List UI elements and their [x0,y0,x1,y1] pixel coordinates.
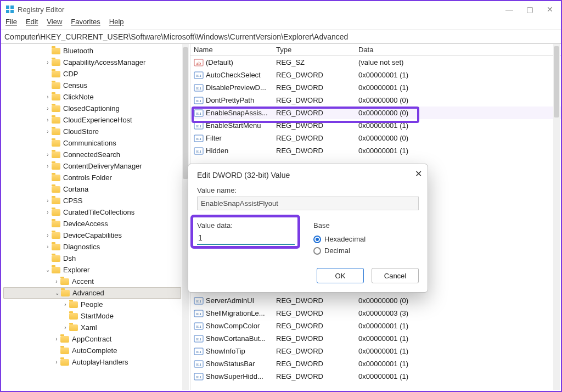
folder-icon [60,278,69,285]
tree-expander[interactable]: ⌄ [53,290,61,296]
tree-item-census[interactable]: Census [3,80,181,91]
menu-favorites[interactable]: Favorites [71,18,100,30]
col-header-type[interactable]: Type [273,44,355,55]
tree-item-startmode[interactable]: StartMode [3,310,181,322]
tree-item-deviceaccess[interactable]: DeviceAccess [3,218,181,229]
value-row[interactable]: 011HiddenREG_DWORD0x00000001 (1) [190,144,561,157]
tree-expander[interactable]: › [44,163,52,169]
tree-item-bluetooth[interactable]: Bluetooth [3,45,181,57]
value-row[interactable]: 011EnableSnapAssis...REG_DWORD0x00000000… [190,107,561,119]
tree-item-cortana[interactable]: Cortana [3,183,181,195]
cancel-button[interactable]: Cancel [372,268,419,283]
value-row[interactable]: 011DontPrettyPathREG_DWORD0x00000000 (0) [190,94,561,107]
tree-item-contentdeliverymanager[interactable]: ›ContentDeliveryManager [3,160,181,172]
value-name-field[interactable]: EnableSnapAssistFlyout [197,197,419,210]
tree-expander[interactable]: › [44,105,52,111]
col-header-name[interactable]: Name [190,44,273,55]
address-bar[interactable]: Computer\HKEY_CURRENT_USER\Software\Micr… [1,30,561,44]
radio-hexadecimal[interactable]: Hexadecimal [313,235,419,243]
svg-text:011: 011 [196,86,202,91]
tree-expander[interactable]: › [44,232,52,238]
svg-rect-3 [10,10,14,13]
tree-item-label: CPSS [63,197,82,205]
tree-item-autoplayhandlers[interactable]: ›AutoplayHandlers [3,356,181,368]
tree-expander[interactable]: ⌄ [44,267,52,273]
tree-expander[interactable]: › [61,301,69,307]
values-scrollbar[interactable] [553,44,560,390]
tree-item-communications[interactable]: Communications [3,137,181,149]
tree-item-capabilityaccessmanager[interactable]: ›CapabilityAccessManager [3,57,181,68]
tree-item-dsh[interactable]: Dsh [3,253,181,264]
tree-item-cpss[interactable]: ›CPSS [3,195,181,206]
close-button[interactable]: ✕ [547,5,553,13]
tree-item-diagnostics[interactable]: ›Diagnostics [3,241,181,253]
dialog-close-button[interactable]: ✕ [415,169,422,179]
value-row[interactable]: 011AutoCheckSelectREG_DWORD0x00000001 (1… [190,69,561,81]
tree-expander[interactable]: › [44,117,52,123]
tree-item-people[interactable]: ›People [3,299,181,310]
value-name-label: Value name: [197,186,419,194]
value-row[interactable]: 011ServerAdminUIREG_DWORD0x00000000 (0) [190,294,561,307]
tree-expander[interactable]: › [44,244,52,250]
tree-item-cloudexperiencehost[interactable]: ›CloudExperienceHost [3,114,181,126]
col-header-data[interactable]: Data [355,44,561,55]
value-data: 0x00000001 (1) [355,333,561,344]
radio-decimal[interactable]: Decimal [313,247,419,255]
tree-item-connectedsearch[interactable]: ›ConnectedSearch [3,149,181,160]
tree-item-accent[interactable]: ›Accent [3,276,181,287]
tree-expander[interactable]: › [44,152,52,158]
tree-expander[interactable]: › [53,278,60,284]
tree-item-appcontract[interactable]: ›AppContract [3,333,181,345]
tree-item-label: DeviceCapabilities [63,231,122,239]
value-row[interactable]: 011ShellMigrationLe...REG_DWORD0x0000000… [190,307,561,320]
menu-edit[interactable]: Edit [26,18,38,30]
tree-expander[interactable]: › [61,324,69,331]
tree-item-label: CuratedTileCollections [63,208,134,216]
tree-item-cdp[interactable]: CDP [3,68,181,80]
menu-help[interactable]: Help [109,18,124,30]
value-row[interactable]: 011ShowInfoTipREG_DWORD0x00000001 (1) [190,345,561,357]
tree-item-devicecapabilities[interactable]: ›DeviceCapabilities [3,229,181,241]
value-row[interactable]: 011FilterREG_DWORD0x00000000 (0) [190,132,561,144]
folder-icon [52,105,60,112]
value-row[interactable]: 011ShowSuperHidd...REG_DWORD0x00000001 (… [190,370,561,383]
tree-expander[interactable]: › [44,59,52,65]
value-row[interactable]: 011ShowCompColorREG_DWORD0x00000001 (1) [190,320,561,332]
value-row[interactable]: 011EnableStartMenuREG_DWORD0x00000001 (1… [190,119,561,132]
tree-item-advanced[interactable]: ⌄Advanced [3,287,181,299]
menu-view[interactable]: View [47,18,62,30]
value-name: (Default) [206,58,233,66]
tree-expander[interactable]: › [44,94,52,100]
tree-expander[interactable]: › [53,359,60,365]
tree-item-label: Communications [63,139,116,147]
dword-value-icon: 011 [194,309,204,318]
value-data: 0x00000001 (1) [355,82,561,93]
radio-hex-label: Hexadecimal [324,235,366,243]
tree-item-controls-folder[interactable]: Controls Folder [3,172,181,183]
value-row[interactable]: 011ShowStatusBarREG_DWORD0x00000001 (1) [190,357,561,370]
tree-expander[interactable]: › [44,198,52,204]
tree-item-curatedtilecollections[interactable]: ›CuratedTileCollections [3,206,181,218]
ok-button[interactable]: OK [317,268,364,283]
value-type: REG_DWORD [273,345,355,357]
tree-expander[interactable]: › [44,209,52,215]
tree-item-autocomplete[interactable]: AutoComplete [3,345,181,356]
value-data: 0x00000001 (1) [355,145,561,156]
tree-expander[interactable]: › [53,336,60,342]
value-data-input[interactable] [197,232,295,245]
maximize-button[interactable]: ▢ [526,5,533,13]
svg-text:ab: ab [196,60,201,66]
tree-item-xaml[interactable]: ›Xaml [3,322,181,333]
value-row[interactable]: ab(Default)REG_SZ(value not set) [190,56,561,69]
tree-expander[interactable]: › [44,128,52,135]
tree-item-explorer[interactable]: ⌄Explorer [3,264,181,276]
tree-item-label: ConnectedSearch [63,150,120,159]
tree-item-clicknote[interactable]: ›ClickNote [3,91,181,103]
value-row[interactable]: 011DisablePreviewD...REG_DWORD0x00000001… [190,81,561,94]
tree-item-closedcaptioning[interactable]: ›ClosedCaptioning [3,103,181,114]
value-name: ShowCortanaBut... [206,334,266,343]
value-row[interactable]: 011ShowCortanaBut...REG_DWORD0x00000001 … [190,332,561,345]
minimize-button[interactable]: — [505,5,513,13]
menu-file[interactable]: File [5,18,17,30]
tree-item-cloudstore[interactable]: ›CloudStore [3,126,181,137]
